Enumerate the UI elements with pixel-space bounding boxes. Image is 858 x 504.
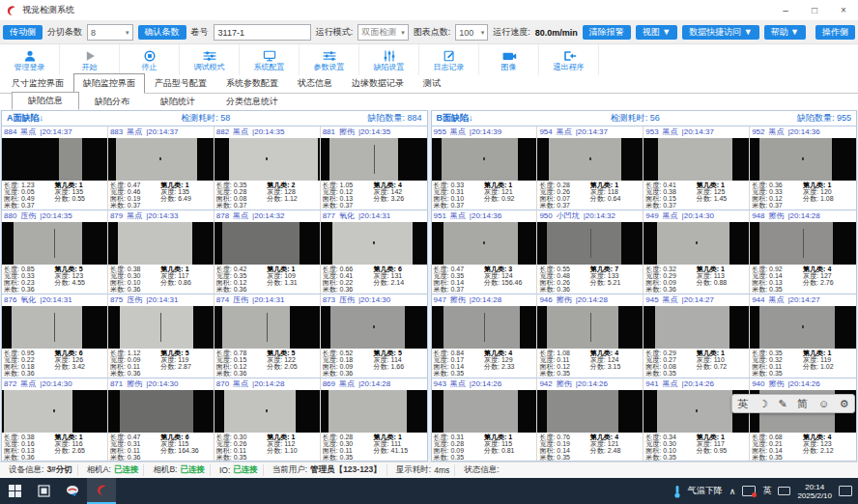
- defect-cell[interactable]: 954 黑点 |20:14:37 长度:0.28 宽度:0.26 面积:0.07…: [537, 126, 644, 210]
- defect-cell[interactable]: 877 氧化 |20:14:31 长度:0.66 宽度:0.41 面积:0.22…: [321, 210, 427, 294]
- defect-cell[interactable]: 871 擦伤 |20:14:30 长度:0.47 宽度:0.31 面积:0.11…: [108, 378, 214, 461]
- run-mode-select[interactable]: 双面检测▾: [358, 24, 409, 41]
- defect-image[interactable]: [108, 138, 214, 181]
- defect-image[interactable]: [321, 222, 427, 265]
- data-quick-access-menu-button[interactable]: 数据快捷访问 ▼: [682, 25, 758, 40]
- defect-image[interactable]: [2, 138, 107, 181]
- system-config-button[interactable]: 系统配置: [240, 44, 300, 75]
- defect-cell[interactable]: 876 氧化 |20:14:31 长度:0.95 宽度:0.22 面积:0.18…: [2, 294, 108, 378]
- clock[interactable]: 20:14 2025/2/10: [797, 483, 832, 500]
- defect-cell[interactable]: 884 黑点 |20:14:37 长度:1.23 宽度:0.05 面积:0.49…: [2, 126, 108, 210]
- defect-cell[interactable]: 875 压伤 |20:14:31 长度:1.12 宽度:0.09 面积:0.11…: [108, 294, 214, 378]
- help-menu-button[interactable]: 帮助 ▼: [764, 25, 806, 40]
- defect-image[interactable]: [2, 222, 107, 265]
- defect-cell[interactable]: 873 压伤 |20:14:30 长度:0.52 宽度:0.18 面积:0.09…: [321, 294, 427, 378]
- defect-cell[interactable]: 942 擦伤 |20:14:26 长度:0.76 宽度:0.19 面积:0.14…: [537, 378, 644, 461]
- defect-cell[interactable]: 879 黑点 |20:14:33 长度:0.38 宽度:0.30 面积:0.10…: [108, 210, 214, 294]
- minimize-button[interactable]: –: [771, 0, 800, 21]
- tab-product-model-config[interactable]: 产品型号配置: [145, 73, 216, 93]
- subtab-defect-info[interactable]: 缺陷信息: [12, 92, 79, 110]
- defect-cell[interactable]: 946 擦伤 |20:14:28 长度:1.08 宽度:0.11 面积:0.12…: [537, 294, 644, 378]
- tab-defect-monitor[interactable]: 缺陷监控界面: [73, 73, 145, 94]
- defect-cell[interactable]: 952 黑点 |20:14:36 长度:0.36 宽度:0.33 面积:0.12…: [750, 126, 856, 210]
- slit-count-select[interactable]: 8▾: [87, 24, 133, 41]
- defect-cell[interactable]: 872 黑点 |20:14:30 长度:0.38 宽度:0.16 面积:0.13…: [2, 378, 108, 461]
- tab-edge-data-record[interactable]: 边缘数据记录: [342, 73, 414, 93]
- defect-cell[interactable]: 945 黑点 |20:14:27 长度:0.29 宽度:0.27 面积:0.08…: [644, 294, 750, 378]
- defect-settings-button[interactable]: 缺陷设置: [359, 44, 419, 75]
- keyboard-icon[interactable]: [778, 487, 790, 495]
- tab-system-param-config[interactable]: 系统参数配置: [216, 73, 288, 93]
- defect-cell[interactable]: 951 黑点 |20:14:36 长度:0.47 宽度:0.35 面积:0.14…: [432, 210, 538, 294]
- defect-cell[interactable]: 941 黑点 |20:14:26 长度:0.34 宽度:0.30 面积:0.10…: [644, 378, 750, 461]
- defect-image[interactable]: [750, 222, 856, 265]
- defect-image[interactable]: [644, 222, 749, 265]
- defect-image[interactable]: [750, 138, 856, 181]
- tab-size-monitor[interactable]: 尺寸监控界面: [2, 73, 73, 93]
- defect-image[interactable]: [2, 390, 107, 433]
- defect-cell[interactable]: 880 压伤 |20:14:35 长度:0.85 宽度:0.33 面积:0.23…: [2, 210, 108, 294]
- defect-cell[interactable]: 944 黑点 |20:14:27 长度:0.35 宽度:0.32 面积:0.11…: [750, 294, 856, 378]
- task-view-button[interactable]: [29, 478, 58, 504]
- exit-program-button[interactable]: 退出程序: [539, 44, 599, 75]
- defect-cell[interactable]: 874 压伤 |20:14:31 长度:0.78 宽度:0.15 面积:0.12…: [214, 294, 321, 378]
- defect-image[interactable]: [214, 390, 320, 433]
- image-button[interactable]: 图像: [479, 44, 539, 75]
- maximize-button[interactable]: □: [800, 0, 829, 21]
- operation-side-button[interactable]: 操作侧: [815, 25, 855, 40]
- close-button[interactable]: ×: [829, 0, 858, 21]
- defect-image[interactable]: [750, 306, 856, 349]
- param-settings-button[interactable]: 参数设置: [300, 44, 359, 75]
- debug-mode-button[interactable]: 调试模式: [180, 44, 240, 75]
- notification-center-icon[interactable]: [839, 486, 852, 496]
- tab-status-info[interactable]: 状态信息: [288, 73, 342, 93]
- weather-text[interactable]: 气温下降: [688, 485, 723, 497]
- start-button[interactable]: 开始: [60, 44, 120, 75]
- defect-image[interactable]: [644, 306, 749, 349]
- defect-image[interactable]: [537, 138, 643, 181]
- defect-image[interactable]: [2, 306, 107, 349]
- ime-simplified[interactable]: 简: [797, 397, 808, 411]
- gear-icon[interactable]: ⚙: [840, 398, 849, 410]
- ime-lang-english[interactable]: 英: [737, 397, 748, 411]
- defect-image[interactable]: [214, 306, 320, 349]
- taskbar-ime-app-icon[interactable]: [58, 478, 87, 504]
- defect-image[interactable]: [537, 390, 643, 433]
- pen-icon[interactable]: ✎: [778, 398, 786, 410]
- subtab-class-info-statistics[interactable]: 分类信息统计: [211, 94, 294, 110]
- defect-image[interactable]: [537, 222, 643, 265]
- defect-cell[interactable]: 949 黑点 |20:14:30 长度:0.32 宽度:0.29 面积:0.09…: [644, 210, 750, 294]
- start-button[interactable]: [0, 478, 29, 504]
- roll-number-input[interactable]: 3117-1: [214, 24, 311, 41]
- defect-cell[interactable]: 878 黑点 |20:14:32 长度:0.42 宽度:0.35 面积:0.12…: [214, 210, 321, 294]
- defect-image[interactable]: [108, 222, 214, 265]
- emoji-icon[interactable]: ☺: [818, 398, 829, 409]
- taskbar-vision-app-icon[interactable]: [87, 478, 116, 504]
- defect-image[interactable]: [214, 222, 320, 265]
- defect-cell[interactable]: 953 黑点 |20:14:37 长度:0.41 宽度:0.38 面积:0.15…: [644, 126, 750, 210]
- defect-image[interactable]: [108, 390, 214, 433]
- moon-icon[interactable]: ☽: [758, 398, 768, 410]
- subtab-defect-statistics[interactable]: 缺陷统计: [145, 94, 211, 110]
- defect-cell[interactable]: 870 黑点 |20:14:28 长度:0.30 宽度:0.26 面积:0.11…: [214, 378, 321, 461]
- defect-cell[interactable]: 948 擦伤 |20:14:28 长度:0.92 宽度:0.14 面积:0.13…: [750, 210, 856, 294]
- clear-alarm-button[interactable]: 清除报警: [583, 25, 631, 40]
- defect-image[interactable]: [432, 138, 537, 181]
- defect-cell[interactable]: 883 黑点 |20:14:37 长度:0.47 宽度:0.46 面积:0.19…: [108, 126, 214, 210]
- defect-image[interactable]: [321, 306, 427, 349]
- admin-login-button[interactable]: 管理登录: [0, 44, 60, 75]
- subtab-defect-distribution[interactable]: 缺陷分布: [79, 94, 145, 110]
- tab-test[interactable]: 测试: [414, 73, 450, 93]
- transmission-side-button[interactable]: 传动侧: [3, 25, 43, 40]
- defect-cell[interactable]: 940 擦伤 |20:14:26 长度:0.68 宽度:0.21 面积:0.14…: [750, 378, 856, 461]
- ime-lang-indicator[interactable]: 英: [762, 485, 771, 497]
- defect-image[interactable]: [108, 306, 214, 349]
- defect-image[interactable]: [321, 390, 427, 433]
- view-menu-button[interactable]: 视图 ▼: [636, 25, 677, 40]
- defect-cell[interactable]: 955 黑点 |20:14:39 长度:0.33 宽度:0.31 面积:0.10…: [432, 126, 538, 210]
- defect-cell[interactable]: 943 黑点 |20:14:26 长度:0.31 宽度:0.28 面积:0.09…: [432, 378, 538, 461]
- confirm-count-button[interactable]: 确认条数: [138, 25, 186, 40]
- defect-image[interactable]: [537, 306, 643, 349]
- log-record-button[interactable]: 日志记录: [419, 44, 479, 75]
- network-tray-icon[interactable]: [742, 486, 756, 496]
